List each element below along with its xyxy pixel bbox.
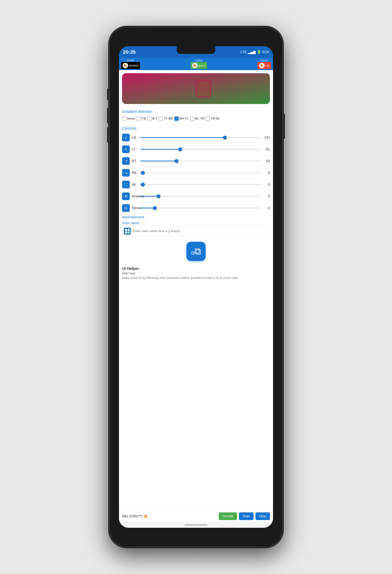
lt-icon-btn[interactable] <box>122 145 130 153</box>
rt-slider-thumb[interactable] <box>175 159 178 163</box>
grid-icon <box>124 228 131 235</box>
dir-trbl-checkbox[interactable] <box>206 117 210 121</box>
lte-icon: LTE <box>241 50 247 54</box>
color1-chip[interactable]: 🎨 green <box>191 62 207 69</box>
color1-label: Color1 <box>195 59 203 62</box>
stroke-ctrl-label: Stroke <box>132 206 138 210</box>
bottom-actions: Donate Rate Help <box>219 512 270 520</box>
volume-up-button[interactable] <box>107 108 109 123</box>
color1-value: green <box>198 64 206 67</box>
ui-helper-section: UI Helper Hell User, Make good UI by fol… <box>119 265 273 281</box>
stroke-slider-thumb[interactable] <box>153 206 157 210</box>
stroke-control-icon <box>124 206 127 210</box>
rt-icon-btn[interactable] <box>122 157 130 165</box>
home-bar <box>184 525 208 525</box>
grid-cell-2 <box>128 229 130 231</box>
dir-tb-checkbox[interactable] <box>136 117 140 121</box>
shadow-slider[interactable] <box>140 196 261 197</box>
rt-value: 54 <box>263 159 270 163</box>
gradient-preview <box>122 73 270 104</box>
stroke-color-value: 000000 <box>129 64 138 67</box>
app-icon[interactable]: ⧉ <box>186 242 206 261</box>
lt-slider-thumb[interactable] <box>178 147 182 151</box>
shadow-slider-thumb[interactable] <box>157 194 160 198</box>
stroke-palette-icon: 🎨 <box>123 63 128 68</box>
shadow-icon <box>124 194 127 198</box>
all-icon-btn[interactable] <box>122 181 130 188</box>
dir-trbl-label: TR-BL <box>211 117 220 121</box>
color2-section: Color2 🎨 red <box>258 59 271 69</box>
control-rb: RB 0 <box>119 167 273 179</box>
bottom-brand: Milz (CRN™) 🔥 <box>122 514 219 518</box>
brand-text: Milz (CRN™) <box>122 514 142 518</box>
all-slider[interactable] <box>140 184 261 185</box>
view-name-label: View name <box>119 220 273 226</box>
donate-button[interactable]: Donate <box>219 512 237 520</box>
all-slider-thumb[interactable] <box>141 183 145 186</box>
lt-slider[interactable] <box>140 149 261 150</box>
color1-section: Color1 🎨 green <box>191 59 207 69</box>
rb-icon-btn[interactable] <box>122 169 130 177</box>
gradient-direction-title: Gradient direction <box>122 107 270 115</box>
controls-title: Controls <box>119 124 273 132</box>
lt-value: 61 <box>263 147 270 151</box>
dir-tlbr[interactable]: TL-BR <box>159 117 173 121</box>
stroke-icon-btn[interactable] <box>122 204 130 212</box>
dir-bt[interactable]: B-T <box>147 117 157 121</box>
main-content[interactable]: Gradient direction None T-B B-T <box>119 70 273 510</box>
lb-icon-btn[interactable] <box>122 134 130 141</box>
dir-brtl-checkbox[interactable] <box>175 117 179 121</box>
stroke-color-chip[interactable]: 🎨 000000 <box>121 62 140 69</box>
dir-bltr[interactable]: BL-TR <box>190 117 204 121</box>
dir-trbl[interactable]: TR-BL <box>206 117 220 121</box>
color1-palette-icon: 🎨 <box>192 63 197 68</box>
dir-none-checkbox[interactable] <box>122 117 126 121</box>
dir-bltr-checkbox[interactable] <box>190 117 194 121</box>
app-header: Stroke 🎨 000000 Color1 🎨 green <box>119 58 273 70</box>
all-label: All <box>132 183 138 187</box>
gradient-direction-section: Gradient direction None T-B B-T <box>119 107 273 124</box>
color2-chip[interactable]: 🎨 red <box>258 62 271 69</box>
rt-slider-track <box>140 161 176 162</box>
grid-cell-1 <box>125 229 127 231</box>
lt-icon <box>125 147 127 151</box>
rt-slider[interactable] <box>140 161 261 162</box>
volume-down-button[interactable] <box>107 127 109 143</box>
fire-emoji: 🔥 <box>144 514 148 518</box>
status-right: LTE ▂▄▆ 🔋 61% <box>241 50 269 54</box>
help-button[interactable]: Help <box>255 512 270 520</box>
view-name-input[interactable] <box>133 229 268 233</box>
rb-slider-thumb[interactable] <box>141 171 145 175</box>
shadow-icon-btn[interactable] <box>122 192 130 200</box>
dir-tlbr-label: TL-BR <box>164 117 173 121</box>
dir-none[interactable]: None <box>122 117 135 121</box>
lb-slider[interactable] <box>140 137 261 138</box>
lt-label: LT <box>132 147 138 151</box>
rb-value: 0 <box>263 171 270 175</box>
control-all: All 0 <box>119 179 273 190</box>
battery-icon: 🔋 <box>257 50 261 54</box>
power-button[interactable] <box>283 114 285 139</box>
dir-tb[interactable]: T-B <box>136 117 146 121</box>
gradient-direction-row: None T-B B-T TL-BR <box>122 115 270 122</box>
copy-icon: ⧉ <box>191 246 201 257</box>
dir-brtl-label: BR-TL <box>179 117 189 121</box>
stroke-section: Stroke 🎨 000000 <box>121 59 140 69</box>
control-lb: LB 141 <box>119 132 273 144</box>
dir-bt-checkbox[interactable] <box>147 117 152 121</box>
lb-slider-thumb[interactable] <box>223 136 227 140</box>
color2-palette-icon: 🎨 <box>259 63 265 68</box>
rb-slider[interactable] <box>140 172 261 173</box>
dir-brtl[interactable]: BR-TL <box>175 117 189 121</box>
shadow-value: 5 <box>263 194 270 198</box>
stroke-slider[interactable] <box>140 208 261 208</box>
gradient-inner-shape <box>196 80 211 97</box>
page-wrapper: 20:35 ▣ ▷ ◈ LTE ▂▄▆ 🔋 61% Stroke <box>0 0 392 574</box>
dir-none-label: None <box>127 117 135 121</box>
volume-mute-button[interactable] <box>107 89 109 100</box>
lb-value: 141 <box>263 136 270 140</box>
battery-percent: 61% <box>262 50 269 54</box>
signal-bars-icon: ▂▄▆ <box>248 50 256 54</box>
rate-button[interactable]: Rate <box>239 512 254 520</box>
dir-tlbr-checkbox[interactable] <box>159 117 163 121</box>
